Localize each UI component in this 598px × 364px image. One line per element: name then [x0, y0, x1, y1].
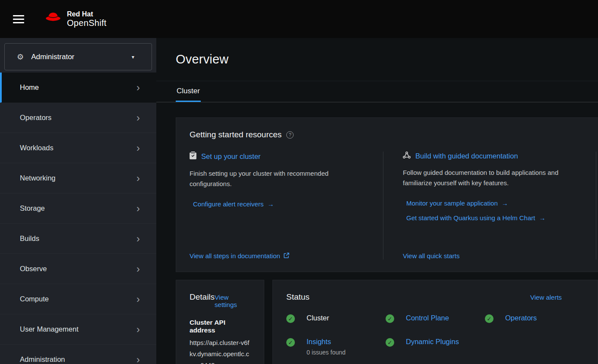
guided-documentation-description: Follow guided documentation to build app…: [403, 168, 584, 188]
sidebar-item-home[interactable]: Home ›: [0, 73, 156, 103]
chevron-right-icon: ›: [136, 264, 140, 274]
sidebar-nav: ⚙ Administrator ▾ Home › Operators › Wor…: [0, 38, 156, 364]
redhat-fedora-icon: [44, 12, 62, 26]
chevron-right-icon: ›: [136, 203, 140, 214]
setup-cluster-link[interactable]: Set up your cluster: [201, 152, 261, 161]
main-content: Overview Cluster Getting started resourc…: [156, 38, 598, 364]
status-title: Status: [286, 292, 310, 301]
sidebar-item-label: Operators: [20, 114, 51, 122]
operators-status-link[interactable]: Operators: [505, 314, 537, 322]
link-label: View all quick starts: [403, 252, 459, 260]
configure-alert-receivers-link[interactable]: Configure alert receivers →: [193, 200, 274, 208]
link-label: View all steps in documentation: [190, 252, 280, 260]
details-title: Details: [190, 292, 215, 302]
check-circle-icon: ✓: [386, 314, 394, 323]
insights-issues-count: 0 issues found: [307, 349, 345, 356]
gear-icon: ⚙: [17, 52, 24, 62]
brand-logo[interactable]: Red Hat OpenShift: [44, 10, 107, 28]
setup-cluster-description: Finish setting up your cluster with reco…: [190, 168, 366, 189]
control-plane-status-link[interactable]: Control Plane: [406, 314, 449, 322]
chevron-right-icon: ›: [136, 324, 140, 335]
details-card: Details View settings Cluster API addres…: [176, 280, 264, 364]
page-header: Overview: [156, 38, 598, 81]
sidebar-item-operators[interactable]: Operators ›: [0, 103, 156, 133]
clipboard-check-icon: [190, 152, 196, 161]
check-circle-icon: ✓: [286, 314, 295, 323]
help-circle-icon[interactable]: ?: [286, 131, 294, 139]
brand-line2: OpenShift: [67, 18, 107, 28]
tab-label: Cluster: [177, 87, 200, 95]
sidebar-item-observe[interactable]: Observe ›: [0, 254, 156, 284]
status-item-dynamic-plugins: ✓ Dynamic Plugins: [386, 338, 485, 356]
getting-started-title: Getting started resources: [190, 130, 282, 139]
sidebar-item-label: Administration: [20, 355, 65, 364]
view-all-steps-link[interactable]: View all steps in documentation: [190, 252, 289, 260]
perspective-label: Administrator: [31, 53, 132, 61]
sidebar-item-label: Builds: [20, 234, 39, 243]
chevron-right-icon: ›: [136, 82, 140, 93]
status-item-control-plane: ✓ Control Plane: [386, 314, 485, 323]
perspective-switcher[interactable]: ⚙ Administrator ▾: [4, 43, 152, 70]
getting-started-column-setup: Set up your cluster Finish setting up yo…: [190, 152, 383, 260]
link-label: Monitor your sample application: [406, 199, 498, 207]
guided-paths-icon: [403, 152, 411, 160]
dashboard-cards-row: Details View settings Cluster API addres…: [176, 280, 598, 364]
tab-bar: Cluster: [156, 81, 598, 102]
sidebar-item-networking[interactable]: Networking ›: [0, 163, 156, 193]
chevron-right-icon: ›: [136, 234, 140, 244]
sidebar-item-user-management[interactable]: User Management ›: [0, 314, 156, 345]
quarkus-helm-chart-link[interactable]: Get started with Quarkus using a Helm Ch…: [406, 214, 545, 222]
cluster-status-button[interactable]: Cluster: [307, 314, 329, 322]
caret-down-icon: ▾: [132, 54, 134, 60]
chevron-right-icon: ›: [136, 143, 140, 153]
chevron-right-icon: ›: [136, 173, 140, 184]
link-label: Get started with Quarkus using a Helm Ch…: [406, 214, 535, 222]
tab-cluster[interactable]: Cluster: [176, 81, 201, 102]
check-circle-icon: ✓: [286, 338, 295, 347]
view-alerts-link[interactable]: View alerts: [530, 294, 562, 301]
sidebar-item-label: Networking: [20, 174, 56, 182]
status-grid: ✓ Cluster ✓ Control Plane ✓ Operators ✓: [286, 314, 584, 356]
chevron-right-icon: ›: [136, 113, 140, 123]
monitor-sample-application-link[interactable]: Monitor your sample application →: [406, 199, 508, 207]
check-circle-icon: ✓: [386, 338, 394, 347]
check-circle-icon: ✓: [485, 314, 494, 323]
getting-started-header: Getting started resources ?: [190, 130, 598, 139]
dynamic-plugins-status-link[interactable]: Dynamic Plugins: [406, 338, 459, 346]
brand-line1: Red Hat: [67, 10, 107, 18]
external-link-icon: [284, 252, 289, 260]
sidebar-item-label: Storage: [20, 204, 45, 212]
getting-started-column-clipped: [596, 152, 598, 260]
guided-documentation-link[interactable]: Build with guided documentation: [415, 152, 518, 160]
arrow-right-icon: →: [267, 200, 274, 208]
status-item-insights: ✓ Insights 0 issues found: [286, 338, 386, 356]
sidebar-item-label: User Management: [20, 325, 79, 333]
link-label: Configure alert receivers: [193, 200, 263, 208]
sidebar-item-label: Home: [20, 83, 39, 92]
masthead: Red Hat OpenShift: [0, 0, 598, 38]
chevron-right-icon: ›: [136, 294, 140, 304]
status-card: Status View alerts ✓ Cluster ✓ Control P…: [272, 280, 598, 364]
sidebar-item-storage[interactable]: Storage ›: [0, 193, 156, 224]
getting-started-card: Getting started resources ? Set up your …: [176, 117, 598, 272]
view-settings-link[interactable]: View settings: [215, 294, 250, 308]
cluster-api-address-label: Cluster API address: [190, 319, 250, 334]
insights-status-link[interactable]: Insights: [307, 338, 331, 345]
sidebar-item-workloads[interactable]: Workloads ›: [0, 133, 156, 163]
arrow-right-icon: →: [502, 199, 508, 207]
sidebar-item-label: Workloads: [20, 144, 54, 152]
sidebar-item-label: Compute: [20, 295, 49, 303]
brand-text: Red Hat OpenShift: [67, 10, 107, 28]
sidebar-item-compute[interactable]: Compute ›: [0, 284, 156, 314]
arrow-right-icon: →: [539, 214, 545, 222]
sidebar-item-builds[interactable]: Builds ›: [0, 224, 156, 254]
chevron-right-icon: ›: [136, 355, 140, 364]
sidebar-item-administration[interactable]: Administration ›: [0, 345, 156, 364]
hamburger-menu-icon[interactable]: [13, 14, 24, 24]
getting-started-columns: Set up your cluster Finish setting up yo…: [190, 152, 598, 260]
view-all-quick-starts-link[interactable]: View all quick starts: [403, 252, 459, 260]
getting-started-column-guided: Build with guided documentation Follow g…: [383, 152, 596, 260]
overview-dashboard: Getting started resources ? Set up your …: [156, 102, 598, 364]
cluster-api-address-value: https://api.cluster-v6fkv.dynamic.opentl…: [190, 337, 250, 364]
page-title: Overview: [176, 52, 228, 66]
